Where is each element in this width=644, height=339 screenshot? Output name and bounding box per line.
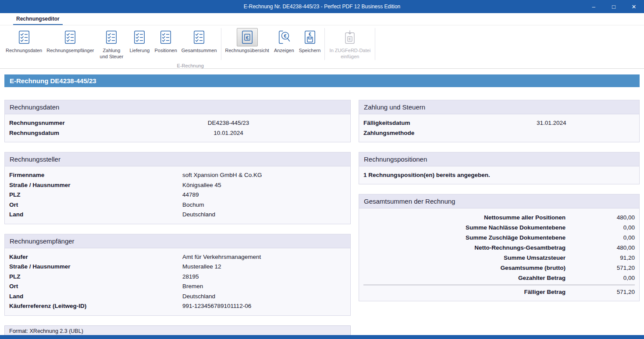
sum-label: Summe Umsatzsteuer bbox=[504, 253, 566, 263]
ribbon-button-anzeigen[interactable]: € Anzeigen bbox=[271, 27, 297, 55]
sum-label: Fälliger Betrag bbox=[524, 287, 566, 297]
ribbon-button-rechnungsuebersicht[interactable]: € Rechnungsübersicht bbox=[223, 27, 271, 55]
ribbon-separator bbox=[375, 28, 375, 60]
ribbon: Rechnungsdaten Rechnungsempfänger Zahlun… bbox=[0, 25, 644, 69]
positions-count-text: 1 Rechnungsposition(en) bereits angegebe… bbox=[363, 170, 635, 180]
field-label: Ort bbox=[9, 200, 182, 210]
sum-row: Gezahlter Betrag 0,00 bbox=[363, 273, 635, 283]
field-row: Rechnungsdatum 10.01.2024 bbox=[9, 128, 346, 138]
field-value: DE4238-445/23 bbox=[182, 118, 274, 128]
sum-row: Netto-Rechnungs-Gesamtbetrag 480,00 bbox=[363, 243, 635, 253]
svg-text:€: € bbox=[246, 35, 249, 40]
ribbon-button-positionen[interactable]: Positionen bbox=[152, 27, 179, 55]
field-label: Straße / Hausnummer bbox=[9, 262, 182, 272]
field-row: Ort Bremen bbox=[9, 282, 346, 292]
ribbon-button-label: Lieferung bbox=[130, 48, 150, 54]
field-row: Käufer Amt für Verkehrsmanagement bbox=[9, 252, 346, 262]
panel-title: Rechnungssteller bbox=[5, 152, 350, 166]
ribbon-button-label: Positionen bbox=[154, 48, 177, 54]
minimize-button[interactable]: – bbox=[584, 0, 604, 13]
sum-value: 0,00 bbox=[566, 222, 635, 233]
panel-title: Gesamtsummen der Rechnung bbox=[359, 194, 639, 208]
field-row: Käuferreferenz (Leitweg-ID) 991-12345678… bbox=[9, 301, 346, 311]
insert-zugferd-euro-icon: € bbox=[339, 28, 360, 46]
view-magnifier-euro-icon: € bbox=[274, 28, 295, 46]
ribbon-button-speichern[interactable]: € Speichern bbox=[297, 27, 323, 55]
field-value: Deutschland bbox=[182, 292, 215, 302]
titlebar: E-Rechnung Nr. DE4238-445/23 - Perfect P… bbox=[0, 0, 644, 13]
field-value: Königsallee 45 bbox=[182, 180, 221, 191]
tab-rechnungseditor[interactable]: Rechnungseditor bbox=[13, 14, 63, 25]
field-label: Zahlungsmethode bbox=[363, 128, 537, 138]
panel-rechnungsdaten: Rechnungsdaten Rechnungsnummer DE4238-44… bbox=[4, 100, 351, 142]
ribbon-button-lieferung[interactable]: Lieferung bbox=[127, 27, 152, 55]
ribbon-button-gesamtsummen[interactable]: Gesamtsummen bbox=[179, 27, 219, 55]
positions-form-icon bbox=[155, 28, 176, 46]
right-column: Zahlung und Steuern Fälligkeitsdatum 31.… bbox=[359, 100, 640, 301]
sum-row: Summe Zuschläge Dokumentebene 0,00 bbox=[363, 233, 635, 243]
ribbon-button-zugferd-einfuegen[interactable]: € In ZUGFeRD-Datei einfügen bbox=[327, 27, 373, 61]
left-column: Rechnungsdaten Rechnungsnummer DE4238-44… bbox=[4, 100, 351, 337]
ribbon-button-zahlung-und-steuer[interactable]: Zahlung und Steuer bbox=[96, 27, 127, 61]
field-label: Land bbox=[9, 210, 182, 220]
field-row: Straße / Hausnummer Königsallee 45 bbox=[9, 180, 346, 191]
window-title: E-Rechnung Nr. DE4238-445/23 - Perfect P… bbox=[0, 0, 644, 13]
field-value: Bochum bbox=[182, 200, 204, 210]
field-label: Ort bbox=[9, 282, 182, 292]
sum-total-section: Fälliger Betrag 571,20 bbox=[363, 285, 635, 297]
sum-row: Summe Umsatzsteuer 91,20 bbox=[363, 253, 635, 263]
sum-value: 571,20 bbox=[566, 263, 635, 273]
ribbon-button-rechnungsdaten[interactable]: Rechnungsdaten bbox=[4, 27, 44, 55]
ribbon-button-rechnungsempfaenger[interactable]: Rechnungsempfänger bbox=[44, 27, 96, 55]
field-label: Land bbox=[9, 292, 182, 302]
field-row: PLZ 28195 bbox=[9, 272, 346, 282]
panel-title: Zahlung und Steuern bbox=[359, 100, 639, 114]
field-value: Amt für Verkehrsmanagement bbox=[182, 252, 261, 262]
ribbon-separator bbox=[324, 28, 325, 60]
svg-text:€: € bbox=[349, 36, 352, 41]
sum-label: Gesamtsumme (brutto) bbox=[500, 263, 566, 273]
ribbon-tab-row: Rechnungseditor bbox=[0, 13, 644, 25]
field-label: Firmenname bbox=[9, 170, 182, 180]
close-button[interactable]: ✕ bbox=[624, 0, 644, 13]
ribbon-separator bbox=[221, 28, 221, 60]
field-value: Deutschland bbox=[182, 210, 215, 220]
sum-label: Summe Zuschläge Dokumentebene bbox=[466, 233, 566, 243]
field-label: PLZ bbox=[9, 272, 182, 282]
sum-row: Summe Nachlässe Dokumentebene 0,00 bbox=[363, 222, 635, 233]
panel-gesamtsummen: Gesamtsummen der Rechnung Nettosumme all… bbox=[359, 194, 640, 301]
ribbon-button-label: Anzeigen bbox=[274, 48, 294, 54]
invoice-recipient-form-icon bbox=[60, 28, 81, 46]
field-row: Land Deutschland bbox=[9, 210, 346, 220]
field-row: Straße / Hausnummer Musterallee 12 bbox=[9, 262, 346, 272]
svg-text:€: € bbox=[309, 32, 311, 37]
field-value: Bremen bbox=[182, 282, 203, 292]
field-row: Land Deutschland bbox=[9, 292, 346, 302]
payment-tax-form-icon bbox=[101, 28, 122, 46]
ribbon-button-label: Speichern bbox=[299, 48, 321, 54]
field-value: 44789 bbox=[182, 190, 199, 200]
field-label: Straße / Hausnummer bbox=[9, 180, 182, 191]
panel-rechnungssteller: Rechnungssteller Firmenname soft Xpansio… bbox=[4, 152, 351, 224]
sum-label: Netto-Rechnungs-Gesamtbetrag bbox=[474, 243, 566, 253]
sum-total-row: Fälliger Betrag 571,20 bbox=[363, 287, 635, 297]
field-value: 31.01.2024 bbox=[537, 118, 566, 128]
sum-label: Summe Nachlässe Dokumentebene bbox=[466, 222, 566, 233]
field-row: Zahlungsmethode bbox=[363, 128, 635, 138]
field-row: Rechnungsnummer DE4238-445/23 bbox=[9, 118, 346, 128]
field-label: Fälligkeitsdatum bbox=[363, 118, 537, 128]
ribbon-group-erechnung: Rechnungsdaten Rechnungsempfänger Zahlun… bbox=[4, 27, 377, 68]
main-content: E-Rechnung DE4238-445/23 Rechnungsdaten … bbox=[0, 69, 644, 337]
field-row: Ort Bochum bbox=[9, 200, 346, 210]
field-row: PLZ 44789 bbox=[9, 190, 346, 200]
svg-text:€: € bbox=[284, 33, 286, 39]
field-label: Käufer bbox=[9, 252, 182, 262]
window-bottom-border bbox=[0, 335, 644, 339]
ribbon-button-label: In ZUGFeRD-Datei einfügen bbox=[329, 48, 371, 60]
maximize-button[interactable]: □ bbox=[604, 0, 624, 13]
field-label: Rechnungsnummer bbox=[9, 118, 182, 128]
sum-value: 0,00 bbox=[566, 233, 635, 243]
totals-form-icon bbox=[189, 28, 210, 46]
panel-rechnungsempfaenger: Rechnungsempfänger Käufer Amt für Verkeh… bbox=[4, 234, 351, 316]
save-euro-icon: € bbox=[299, 28, 320, 46]
